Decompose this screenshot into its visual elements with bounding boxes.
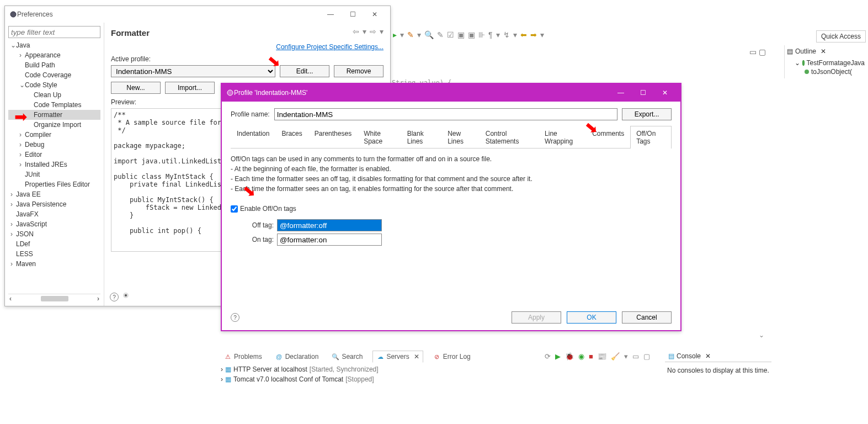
- on-tag-input[interactable]: [277, 234, 382, 246]
- tree-item-code-style[interactable]: ⌄Code Style: [8, 80, 100, 90]
- tree-item-installed-jres[interactable]: ›Installed JREs: [8, 160, 100, 169]
- minimize-icon[interactable]: —: [610, 85, 632, 100]
- publish-icon[interactable]: 📰: [597, 352, 608, 361]
- tab-problems[interactable]: ⚠Problems: [221, 351, 265, 362]
- menu-icon[interactable]: ▾: [623, 352, 629, 361]
- help-icon[interactable]: ?: [110, 293, 119, 301]
- quick-access[interactable]: Quick Access: [816, 30, 866, 43]
- off-tag-input[interactable]: [277, 219, 382, 231]
- wand-icon[interactable]: ✎: [407, 30, 414, 39]
- tab-white-space[interactable]: White Space: [358, 126, 401, 149]
- dropdown-icon[interactable]: ▾: [496, 30, 500, 39]
- dropdown-icon[interactable]: ▾: [400, 30, 404, 39]
- cancel-button[interactable]: Cancel: [622, 311, 672, 324]
- close-icon[interactable]: ✕: [654, 85, 676, 100]
- tree-item-debug[interactable]: ›Debug: [8, 140, 100, 150]
- tree-item-ldef[interactable]: LDef: [8, 239, 100, 249]
- tree-item-maven[interactable]: ›Maven: [8, 259, 100, 269]
- profile-icon[interactable]: ◉: [577, 352, 585, 361]
- export-button[interactable]: Export...: [622, 108, 672, 120]
- debug-icon[interactable]: 🐞: [564, 352, 575, 361]
- tree-item-build-path[interactable]: Build Path: [8, 60, 100, 70]
- minimize-icon[interactable]: —: [319, 7, 342, 22]
- chevron-right-icon[interactable]: ›: [10, 219, 16, 229]
- maximize-icon[interactable]: ▢: [759, 47, 766, 56]
- outline-item[interactable]: ⌄ TestFormatageJava: [787, 59, 865, 67]
- tab-parentheses[interactable]: Parentheses: [308, 126, 358, 149]
- new-button[interactable]: New...: [111, 82, 161, 94]
- edit-button[interactable]: Edit...: [280, 65, 329, 77]
- chevron-right-icon[interactable]: ›: [221, 374, 223, 384]
- scroll-right-icon[interactable]: ›: [97, 295, 99, 303]
- chevron-right-icon[interactable]: ›: [19, 50, 25, 60]
- tab-search[interactable]: 🔍Search: [328, 351, 366, 362]
- tab-declaration[interactable]: @Declaration: [272, 351, 322, 362]
- tree-item-javascript[interactable]: ›JavaScript: [8, 219, 100, 229]
- chevron-right-icon[interactable]: ›: [19, 140, 25, 150]
- search-icon[interactable]: 🔍: [424, 30, 434, 39]
- tree-item-properties-files-editor[interactable]: Properties Files Editor: [8, 179, 100, 189]
- tree-item-formatter[interactable]: Formatter: [8, 110, 100, 120]
- pencil-icon[interactable]: ✎: [437, 30, 444, 39]
- dropdown-icon[interactable]: ▾: [417, 30, 421, 39]
- chevron-right-icon[interactable]: ›: [10, 229, 16, 239]
- tab-line-wrapping[interactable]: Line Wrapping: [539, 126, 586, 149]
- tree-item-junit[interactable]: JUnit: [8, 169, 100, 179]
- chevron-right-icon[interactable]: ›: [19, 130, 25, 140]
- tree-item-clean-up[interactable]: Clean Up: [8, 90, 100, 100]
- help-icon[interactable]: ?: [231, 313, 239, 322]
- dropdown-icon[interactable]: ▾: [540, 30, 544, 39]
- chevron-right-icon[interactable]: ›: [19, 150, 25, 160]
- tree-item-compiler[interactable]: ›Compiler: [8, 130, 100, 140]
- minimize-icon[interactable]: ▭: [749, 47, 757, 56]
- chevron-right-icon[interactable]: ›: [221, 364, 223, 374]
- tab-control-statements[interactable]: Control Statements: [480, 126, 539, 149]
- outline-item[interactable]: toJsonObject(: [787, 67, 865, 76]
- back-icon[interactable]: ⇦: [352, 27, 360, 36]
- profile-name-input[interactable]: [274, 108, 617, 120]
- close-icon[interactable]: ✕: [364, 7, 386, 22]
- tab-blank-lines[interactable]: Blank Lines: [401, 126, 442, 149]
- chevron-right-icon[interactable]: ›: [10, 259, 16, 269]
- nav-icon[interactable]: ↯: [503, 30, 510, 39]
- close-icon[interactable]: ✕: [414, 353, 419, 361]
- chevron-down-icon[interactable]: ⌄: [19, 80, 25, 90]
- close-icon[interactable]: ✕: [705, 352, 711, 360]
- synchronize-icon[interactable]: ⟳: [544, 352, 552, 361]
- tree-item-javafx[interactable]: JavaFX: [8, 209, 100, 219]
- forward-icon[interactable]: ⇨: [369, 27, 377, 36]
- tree-item-appearance[interactable]: ›Appearance: [8, 50, 100, 60]
- tab-indentation[interactable]: Indentation: [231, 126, 275, 149]
- server-item[interactable]: › ▦ Tomcat v7.0 localhost Conf of Tomcat…: [221, 374, 379, 384]
- dropdown-icon[interactable]: ▾: [513, 30, 517, 39]
- forward-icon[interactable]: ➡: [530, 30, 537, 39]
- paragraph-icon[interactable]: ¶: [488, 30, 493, 39]
- tree-item-editor[interactable]: ›Editor: [8, 150, 100, 160]
- box-icon[interactable]: ▣: [468, 30, 475, 39]
- tree-item-json[interactable]: ›JSON: [8, 229, 100, 239]
- import-button[interactable]: Import...: [165, 82, 215, 94]
- chevron-right-icon[interactable]: ›: [19, 160, 25, 169]
- clean-icon[interactable]: 🧹: [610, 352, 621, 361]
- chevron-right-icon[interactable]: ›: [10, 189, 16, 199]
- maximize-icon[interactable]: ☐: [342, 7, 364, 22]
- enable-tags-checkbox[interactable]: [231, 205, 238, 213]
- tree-item-less[interactable]: LESS: [8, 249, 100, 259]
- tab-comments[interactable]: Comments: [586, 126, 630, 149]
- box-icon[interactable]: ▣: [457, 30, 465, 39]
- horizontal-scrollbar[interactable]: ‹ ›: [8, 294, 100, 303]
- tab-new-lines[interactable]: New Lines: [441, 126, 480, 149]
- maximize-icon[interactable]: ▢: [642, 352, 651, 361]
- maximize-icon[interactable]: ☐: [632, 85, 654, 100]
- apply-button[interactable]: Apply: [512, 311, 561, 324]
- outline-tab[interactable]: ▤ Outline ✕: [787, 47, 865, 55]
- minimize-icon[interactable]: ▭: [631, 352, 640, 361]
- tab-console[interactable]: ▤ Console ✕: [665, 351, 771, 362]
- tab-servers[interactable]: ☁Servers ✕: [372, 351, 423, 363]
- preferences-tree[interactable]: ⌄Java›AppearanceBuild PathCode Coverage⌄…: [8, 40, 100, 294]
- dropdown-icon[interactable]: ▾: [379, 27, 385, 36]
- filter-input[interactable]: [8, 26, 100, 38]
- chevron-right-icon[interactable]: ›: [10, 199, 16, 209]
- dropdown-icon[interactable]: ▾: [361, 27, 368, 36]
- tree-item-organize-import[interactable]: Organize Import: [8, 120, 100, 130]
